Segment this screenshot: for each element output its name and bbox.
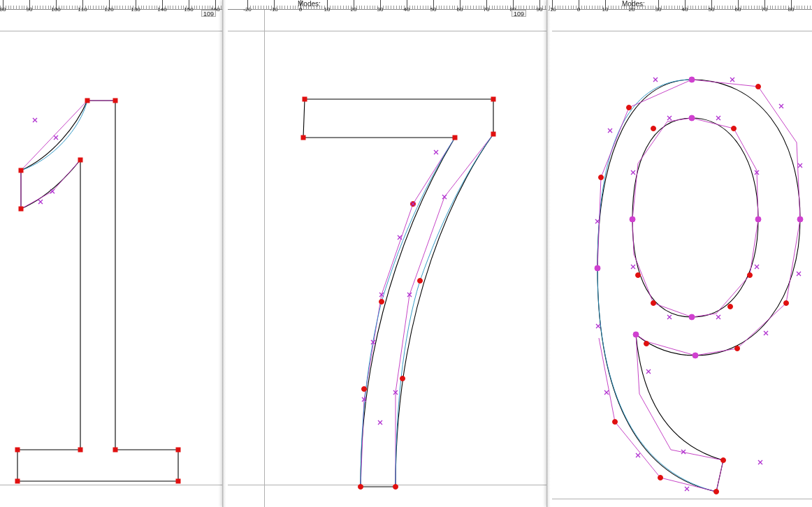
svg-rect-12	[491, 97, 495, 101]
svg-point-18	[418, 279, 423, 284]
svg-point-34	[721, 458, 726, 463]
ruler-panel-2: -20-100102030405060708090	[228, 0, 546, 10]
svg-rect-13	[491, 132, 495, 136]
svg-point-43	[651, 126, 656, 131]
modes-label-2: Modes:	[298, 0, 321, 8]
glyph-panel-2: Modes: -20-100102030405060708090 109	[228, 0, 546, 507]
panel-divider-1[interactable]	[222, 0, 228, 507]
svg-point-37	[613, 420, 618, 425]
svg-rect-5	[15, 448, 20, 452]
ruler-panel-3: -1001020304050607080	[552, 0, 812, 10]
svg-point-16	[393, 485, 398, 490]
svg-rect-0	[113, 98, 117, 103]
svg-rect-3	[176, 479, 180, 483]
svg-rect-15	[453, 135, 457, 140]
svg-point-44	[748, 273, 753, 278]
svg-point-24	[797, 216, 803, 222]
svg-rect-6	[78, 448, 82, 452]
svg-point-38	[689, 115, 695, 121]
glyph-canvas-2[interactable]	[228, 10, 546, 507]
width-indicator-1: 109	[201, 10, 216, 17]
svg-point-26	[595, 265, 600, 271]
glyph-canvas-1[interactable]	[0, 10, 222, 507]
svg-point-30	[784, 301, 789, 306]
svg-point-25	[693, 353, 698, 358]
svg-point-39	[755, 216, 761, 222]
svg-point-21	[400, 376, 405, 381]
svg-point-29	[627, 105, 632, 110]
svg-point-47	[728, 304, 733, 309]
svg-rect-8	[19, 207, 23, 211]
svg-rect-14	[301, 135, 305, 140]
svg-point-32	[644, 341, 649, 346]
svg-point-42	[732, 126, 737, 131]
svg-point-41	[630, 216, 635, 222]
svg-rect-1	[113, 448, 117, 452]
svg-point-28	[756, 84, 761, 89]
glyph-panel-3: Modes: -1001020304050607080	[552, 0, 812, 507]
svg-point-46	[651, 301, 656, 306]
ruler-panel-1: 8090100110120130140150160	[0, 0, 222, 10]
svg-point-23	[689, 77, 695, 82]
svg-rect-4	[15, 479, 20, 483]
svg-point-35	[714, 490, 719, 494]
modes-label-3: Modes:	[622, 0, 645, 8]
svg-point-19	[379, 300, 384, 304]
svg-point-36	[658, 476, 663, 480]
panel-divider-2[interactable]	[546, 0, 552, 507]
svg-rect-9	[19, 168, 23, 172]
nodes-1[interactable]	[15, 98, 180, 483]
svg-point-45	[636, 273, 641, 278]
svg-rect-7	[78, 158, 82, 162]
glyph-outline-7[interactable]	[298, 99, 507, 497]
svg-point-27	[633, 332, 639, 337]
svg-point-33	[599, 175, 604, 180]
glyph-panel-1: 8090100110120130140150160 109	[0, 0, 222, 507]
svg-rect-11	[303, 97, 307, 101]
svg-rect-10	[85, 98, 89, 103]
svg-point-31	[735, 346, 740, 351]
nodes-9[interactable]	[595, 77, 803, 494]
nodes-7[interactable]	[301, 97, 495, 490]
svg-rect-2	[176, 448, 180, 452]
svg-point-20	[362, 387, 367, 392]
svg-point-40	[689, 314, 695, 320]
svg-point-17	[358, 485, 363, 490]
glyph-canvas-3[interactable]	[552, 10, 812, 507]
width-indicator-2: 109	[512, 10, 526, 17]
glyph-outline-9[interactable]	[577, 80, 807, 507]
glyph-outline-1[interactable]	[10, 101, 192, 492]
